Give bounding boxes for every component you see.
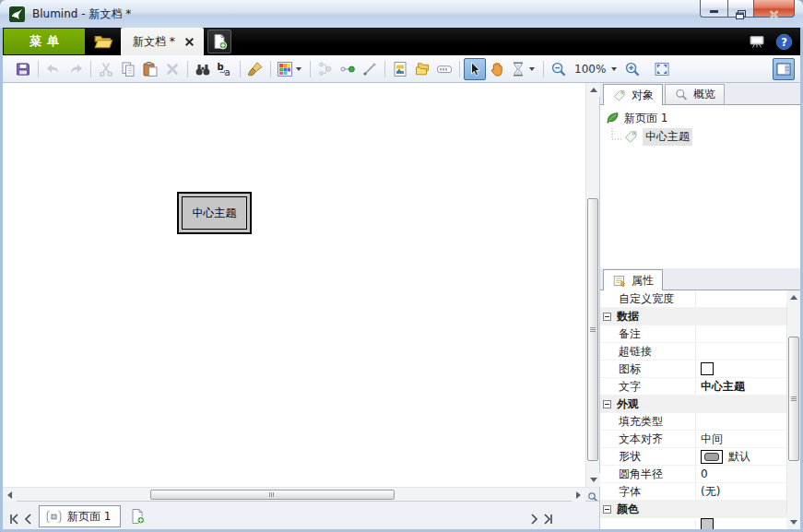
property-group-row[interactable]: 颜色: [600, 501, 787, 518]
line-button[interactable]: [359, 58, 381, 80]
property-row[interactable]: 自定义宽度: [600, 290, 787, 308]
property-value[interactable]: [695, 325, 787, 342]
tree-item-label: 中心主题: [643, 128, 692, 146]
paste-button[interactable]: [139, 58, 161, 80]
property-row[interactable]: [600, 518, 787, 529]
toolbar-separator: [240, 61, 241, 77]
tab-objects[interactable]: 对象: [603, 84, 663, 105]
property-value[interactable]: [695, 413, 787, 430]
folders-button[interactable]: [411, 58, 433, 80]
first-page-button[interactable]: [7, 507, 21, 526]
page-tab[interactable]: 新页面 1: [39, 505, 121, 527]
scroll-up-button[interactable]: [786, 290, 800, 304]
property-value[interactable]: 默认: [695, 448, 787, 465]
properties-scrollbar[interactable]: [786, 290, 800, 529]
undo-button: [42, 58, 65, 80]
menu-button-label: 菜单: [30, 33, 65, 50]
fullscreen-button[interactable]: [651, 58, 673, 80]
property-value[interactable]: [695, 520, 787, 529]
scroll-down-button[interactable]: [586, 473, 600, 487]
properties-scroll-thumb[interactable]: [788, 337, 799, 461]
property-row[interactable]: 备注: [600, 325, 787, 343]
open-folder-icon[interactable]: [93, 32, 113, 51]
property-row[interactable]: 形状默认: [600, 448, 787, 466]
find-button[interactable]: [192, 58, 214, 80]
property-grid: 自定义宽度数据备注超链接图标文字中心主题外观填充类型文本对齐中间形状默认圆角半径…: [600, 290, 800, 529]
properties-tab-row: 属性: [600, 268, 800, 290]
new-document-button[interactable]: [207, 30, 231, 53]
property-row[interactable]: 图标: [600, 361, 787, 378]
scroll-left-button[interactable]: [3, 488, 17, 502]
title-bar[interactable]: Blumind - 新文档 *: [0, 0, 803, 28]
minimize-button[interactable]: [700, 0, 727, 18]
zoom-out-button[interactable]: [548, 58, 570, 80]
main-menu-button[interactable]: 菜单: [4, 29, 85, 54]
right-panel: 对象 概览 新页面 1 中心主题: [599, 83, 800, 529]
document-tab[interactable]: 新文档 *: [121, 28, 204, 55]
cursor-button[interactable]: [464, 58, 486, 80]
hourglass-button[interactable]: [508, 58, 539, 80]
tab-overview[interactable]: 概览: [665, 84, 725, 104]
tree-item-page[interactable]: 新页面 1: [600, 109, 800, 127]
central-topic-node[interactable]: 中心主题: [177, 192, 252, 234]
palette-button[interactable]: [275, 58, 306, 80]
scroll-right-button[interactable]: [572, 488, 585, 502]
property-group-row[interactable]: 数据: [600, 308, 787, 325]
svg-text:?: ?: [781, 35, 787, 48]
property-row[interactable]: 文字中心主题: [600, 378, 787, 396]
restore-button[interactable]: [727, 0, 753, 18]
prev-page-button[interactable]: [21, 507, 35, 526]
property-row[interactable]: 圆角半径0: [600, 466, 787, 483]
scroll-up-button[interactable]: [586, 83, 600, 97]
save-button[interactable]: [12, 58, 34, 80]
property-value[interactable]: 中心主题: [695, 378, 787, 395]
replace-button[interactable]: ba: [214, 58, 236, 80]
folders-icon: [414, 61, 431, 77]
zoom-level[interactable]: 100%: [570, 58, 621, 80]
format-painter-button[interactable]: [244, 58, 266, 80]
property-row[interactable]: 超链接: [600, 343, 787, 361]
close-button[interactable]: [753, 0, 795, 18]
property-value[interactable]: 中间: [695, 431, 787, 447]
progress-button[interactable]: [433, 58, 455, 80]
property-indent: [600, 361, 615, 377]
property-value[interactable]: [695, 290, 787, 307]
close-tab-icon[interactable]: [183, 36, 195, 48]
canvas-zoom-corner-button[interactable]: [585, 487, 599, 501]
new-page-icon: [129, 508, 146, 525]
new-page-button[interactable]: [126, 505, 148, 527]
node-link-button[interactable]: [337, 58, 359, 80]
app-window: Blumind - 新文档 * 菜单 新文档 * ?: [0, 0, 803, 532]
zoom-in-button[interactable]: [621, 58, 644, 80]
find-icon: [195, 61, 211, 77]
last-page-button[interactable]: [541, 507, 555, 526]
mindmap-canvas[interactable]: 中心主题: [3, 83, 599, 487]
tab-properties[interactable]: 属性: [603, 269, 663, 290]
canvas-vertical-scrollbar[interactable]: [585, 83, 599, 487]
vertical-scroll-thumb[interactable]: [587, 198, 598, 461]
collapse-icon[interactable]: [603, 505, 611, 514]
horizontal-scroll-thumb[interactable]: [150, 490, 395, 500]
help-icon[interactable]: ?: [775, 33, 793, 51]
property-row[interactable]: 文本对齐中间: [600, 431, 787, 448]
image-button[interactable]: [389, 58, 411, 80]
pan-button[interactable]: [486, 58, 508, 80]
magnifier-icon: [587, 489, 598, 500]
property-row[interactable]: 填充类型: [600, 413, 787, 431]
presentation-icon[interactable]: [748, 33, 766, 50]
canvas-horizontal-scrollbar[interactable]: [3, 487, 585, 501]
panel-toggle-button[interactable]: [773, 58, 795, 80]
property-value[interactable]: [695, 361, 787, 377]
property-group-row[interactable]: 外观: [600, 396, 787, 413]
property-row[interactable]: 字体(无): [600, 483, 787, 501]
collapse-icon[interactable]: [603, 313, 611, 321]
tree-item-topic[interactable]: 中心主题: [600, 127, 800, 146]
next-page-button[interactable]: [527, 507, 541, 526]
chevron-down-icon: [296, 67, 301, 71]
property-value[interactable]: [695, 343, 787, 360]
property-value[interactable]: 0: [695, 466, 787, 482]
copy-button[interactable]: [117, 58, 139, 80]
scroll-down-button[interactable]: [786, 515, 800, 529]
collapse-icon[interactable]: [603, 400, 611, 408]
property-value[interactable]: (无): [695, 483, 787, 500]
